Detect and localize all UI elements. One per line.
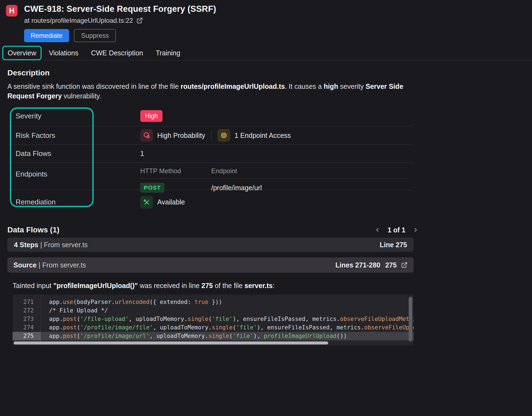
endpoints-label: Endpoints: [16, 170, 140, 178]
code-line-275: 275app.post('/profile/image/url', upload…: [13, 332, 414, 340]
suppress-button[interactable]: Suppress: [74, 29, 116, 42]
crossed-tools-icon: [140, 196, 153, 209]
action-buttons: Remediate Suppress: [24, 29, 216, 42]
probability-gauge-icon: [140, 129, 153, 142]
tab-overview[interactable]: Overview: [2, 46, 42, 60]
file-location: at routes/profileImageUrlUpload.ts:22: [24, 17, 133, 24]
source-step-bar[interactable]: Source | From server.ts Lines 271-280 27…: [7, 257, 414, 273]
line-number: 272: [13, 306, 41, 315]
header-main: CWE-918: Server-Side Request Forgery (SS…: [24, 4, 216, 42]
tab-cwe-description[interactable]: CWE Description: [91, 49, 143, 57]
vulnerability-detail-page: H CWE-918: Server-Side Request Forgery (…: [0, 0, 532, 346]
chevron-left-icon: [374, 227, 381, 233]
data-flows-label: Data Flows: [16, 149, 140, 158]
code-text: app.post('/profile/image/file', uploadTo…: [41, 323, 414, 332]
tainted-input-name: "profileImageUrlUpload()": [53, 282, 138, 289]
http-method-badge: POST: [140, 183, 164, 193]
next-flow-button[interactable]: [413, 227, 419, 233]
data-flows-count: 1: [140, 150, 414, 158]
code-text: /* File Upload */: [41, 306, 108, 315]
code-text: app.post('/profile/image/url', uploadToM…: [41, 332, 347, 340]
severity-high-icon: H: [6, 5, 18, 16]
vertical-scrollbar[interactable]: [409, 297, 412, 341]
data-flows-heading: Data Flows (1): [7, 226, 59, 234]
header: H CWE-918: Server-Side Request Forgery (…: [0, 0, 532, 42]
code-line-273: 273app.post('/file-upload', uploadToMemo…: [13, 315, 414, 323]
tab-violations[interactable]: Violations: [49, 49, 78, 57]
data-flows-header-row: Data Flows (1) 1 of 1: [7, 226, 419, 234]
code-line-271: 271app.use(bodyParser.urlencoded({ exten…: [13, 298, 414, 306]
line-number: 273: [13, 315, 41, 323]
chip-separator: [211, 131, 211, 140]
code-lines: 271app.use(bodyParser.urlencoded({ exten…: [13, 298, 414, 340]
risk-factor-label: 1 Endpoint Access: [234, 132, 291, 139]
line-number: 274: [13, 323, 41, 332]
risk-factor-label: High Probability: [157, 132, 205, 139]
chevron-right-icon: [413, 227, 419, 233]
tainted-line-number: 275: [201, 282, 213, 289]
tab-training[interactable]: Training: [156, 49, 180, 57]
details-row-severity: Severity High: [7, 106, 414, 126]
endpoint-path: /profile/image/url: [211, 184, 262, 192]
details-row-risk-factors: Risk Factors High Probability: [7, 126, 414, 145]
steps-summary: 4 Steps | From server.ts: [14, 241, 88, 249]
severity-label: Severity: [16, 112, 140, 120]
tainted-file-name: server.ts: [244, 282, 273, 289]
endpoint-target-icon: [218, 129, 230, 142]
details-row-endpoints: Endpoints HTTP Method Endpoint POST /pro…: [7, 163, 414, 190]
endpoint-row: POST /profile/image/url: [140, 179, 408, 193]
file-location-row: at routes/profileImageUrlUpload.ts:22: [24, 16, 216, 25]
source-step-title: Source | From server.ts: [13, 261, 86, 269]
risk-factor-high-probability: High Probability: [140, 129, 205, 142]
severity-badge: High: [140, 110, 162, 122]
details-row-remediation: Remediation Available: [7, 190, 414, 214]
tab-bar: Overview Violations CWE Description Trai…: [0, 46, 532, 60]
external-link-icon[interactable]: [401, 262, 408, 268]
column-endpoint: Endpoint: [211, 167, 237, 175]
code-viewer: 271app.use(bodyParser.urlencoded({ exten…: [13, 295, 414, 346]
data-flow-pagination: 1 of 1: [374, 226, 419, 234]
details-table: Severity High Risk Factors High Probabil…: [7, 106, 414, 214]
page-title: CWE-918: Server-Side Request Forgery (SS…: [24, 4, 216, 14]
line-number: 271: [13, 298, 41, 306]
risk-factors-label: Risk Factors: [16, 131, 140, 140]
code-line-274: 274app.post('/profile/image/file', uploa…: [13, 323, 414, 332]
description-text: A sensitive sink function was discovered…: [7, 82, 408, 101]
column-http-method: HTTP Method: [140, 167, 211, 175]
remediation-label: Remediation: [16, 198, 140, 206]
details-row-data-flows: Data Flows 1: [7, 145, 414, 163]
code-text: app.post('/file-upload', uploadToMemory.…: [41, 315, 414, 323]
gutter-divider: [41, 295, 41, 346]
horizontal-scrollbar[interactable]: [14, 341, 328, 344]
remediation-chip: Available: [140, 196, 185, 209]
remediate-button[interactable]: Remediate: [24, 29, 69, 42]
line-number: 275: [13, 332, 41, 340]
description-severity: high: [324, 82, 338, 90]
endpoints-table: HTTP Method Endpoint POST /profile/image…: [140, 167, 408, 193]
risk-factor-endpoint-access: 1 Endpoint Access: [218, 129, 291, 142]
steps-summary-bar[interactable]: 4 Steps | From server.ts Line 275: [7, 238, 414, 252]
description-file: routes/profileImageUrlUpload.ts: [181, 82, 285, 90]
source-lines-info: Lines 271-280 275: [335, 261, 408, 269]
external-link-icon[interactable]: [136, 17, 143, 24]
steps-line-number: Line 275: [380, 241, 407, 249]
pagination-label: 1 of 1: [388, 226, 405, 234]
code-line-272: 272/* File Upload */: [13, 306, 414, 315]
remediation-status: Available: [157, 198, 185, 206]
description-heading: Description: [7, 69, 532, 77]
previous-flow-button[interactable]: [374, 227, 381, 233]
code-text: app.use(bodyParser.urlencoded({ extended…: [41, 298, 222, 306]
tainted-input-sentence: Tainted input "profileImageUrlUpload()" …: [13, 281, 525, 290]
